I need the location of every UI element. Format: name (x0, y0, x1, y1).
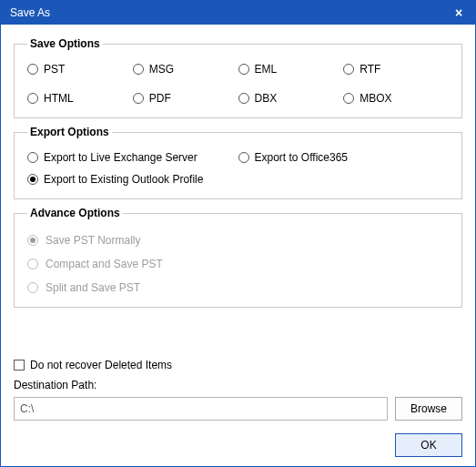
format-msg-label: MSG (149, 63, 174, 76)
radio-icon (27, 64, 38, 75)
ok-button-label: OK (420, 439, 436, 452)
ok-button[interactable]: OK (395, 433, 462, 457)
save-options-legend: Save Options (27, 37, 103, 50)
export-options-group: Export Options Export to Live Exchange S… (14, 126, 462, 199)
save-options-group: Save Options PST MSG (14, 37, 462, 118)
format-rtf-label: RTF (360, 63, 380, 76)
dialog-body: Save Options PST MSG (1, 25, 475, 466)
advance-options-legend: Advance Options (27, 207, 123, 219)
radio-icon (238, 93, 249, 104)
export-existing-profile-label: Export to Existing Outlook Profile (44, 173, 203, 186)
advance-save-normally-radio: Save PST Normally (27, 234, 449, 247)
radio-icon (27, 282, 38, 293)
format-dbx-radio[interactable]: DBX (238, 92, 278, 105)
radio-icon (133, 93, 144, 104)
format-eml-label: EML (255, 63, 278, 76)
advance-options-group: Advance Options Save PST Normally Compac… (14, 207, 462, 308)
radio-icon (27, 152, 38, 163)
export-existing-profile-radio[interactable]: Export to Existing Outlook Profile (27, 173, 203, 186)
do-not-recover-deleted-label: Do not recover Deleted Items (30, 359, 172, 371)
close-icon[interactable]: × (450, 4, 468, 22)
format-eml-radio[interactable]: EML (238, 63, 278, 76)
radio-icon (238, 152, 249, 163)
advance-compact-label: Compact and Save PST (46, 258, 163, 270)
browse-button-label: Browse (410, 402, 447, 415)
format-pdf-label: PDF (149, 92, 171, 105)
checkbox-icon (14, 360, 25, 371)
radio-icon (238, 64, 249, 75)
format-pdf-radio[interactable]: PDF (133, 92, 171, 105)
save-as-dialog: Save As × Save Options PST MSG (0, 0, 476, 467)
radio-icon (27, 174, 38, 185)
format-pst-radio[interactable]: PST (27, 63, 65, 76)
format-mbox-radio[interactable]: MBOX (343, 92, 391, 105)
format-msg-radio[interactable]: MSG (133, 63, 174, 76)
advance-split-label: Split and Save PST (46, 281, 140, 294)
radio-icon (27, 259, 38, 269)
radio-icon (343, 64, 354, 75)
radio-icon (27, 235, 38, 246)
format-mbox-label: MBOX (360, 92, 391, 105)
radio-icon (133, 64, 144, 75)
advance-compact-radio: Compact and Save PST (27, 258, 449, 270)
title-bar: Save As × (1, 1, 475, 25)
destination-path-input[interactable] (14, 397, 388, 421)
radio-icon (343, 93, 354, 104)
export-live-exchange-radio[interactable]: Export to Live Exchange Server (27, 151, 197, 164)
destination-path-label: Destination Path: (14, 379, 462, 391)
do-not-recover-deleted-checkbox[interactable]: Do not recover Deleted Items (14, 359, 462, 371)
export-office365-radio[interactable]: Export to Office365 (238, 151, 349, 164)
format-rtf-radio[interactable]: RTF (343, 63, 380, 76)
format-pst-label: PST (44, 63, 65, 76)
format-html-radio[interactable]: HTML (27, 92, 74, 105)
browse-button[interactable]: Browse (395, 397, 462, 421)
export-options-legend: Export Options (27, 126, 112, 138)
advance-split-radio: Split and Save PST (27, 281, 449, 294)
window-title: Save As (10, 6, 50, 19)
export-office365-label: Export to Office365 (255, 151, 349, 164)
advance-save-normally-label: Save PST Normally (46, 234, 140, 247)
export-live-exchange-label: Export to Live Exchange Server (44, 151, 197, 164)
format-dbx-label: DBX (255, 92, 278, 105)
format-html-label: HTML (44, 92, 74, 105)
radio-icon (27, 93, 38, 104)
